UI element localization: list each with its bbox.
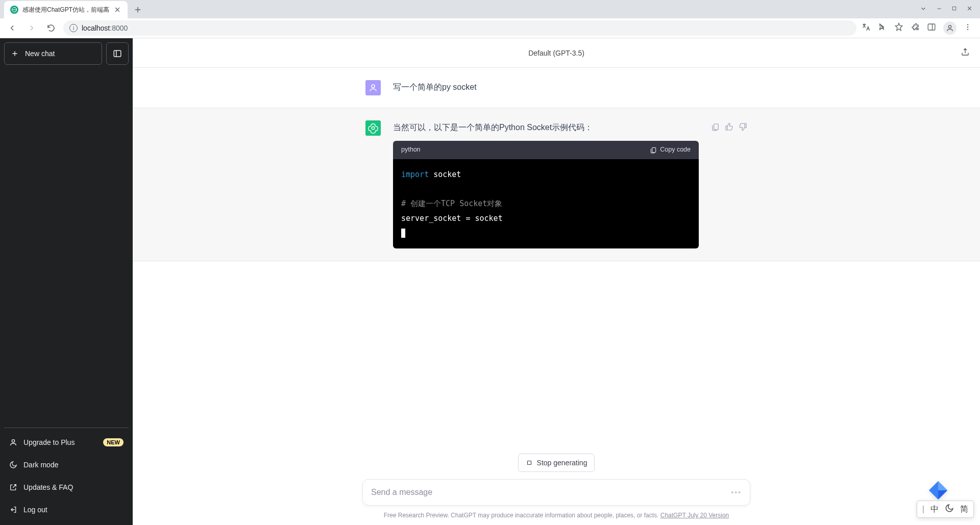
message-input-container[interactable]: ••• xyxy=(362,479,750,506)
svg-point-3 xyxy=(948,26,951,28)
sidebar-item-dark-mode[interactable]: Dark mode xyxy=(4,454,129,476)
model-label: Default (GPT-3.5) xyxy=(528,49,584,57)
main-panel: Default (GPT-3.5) 写一个简单的py socket xyxy=(133,38,980,525)
svg-rect-12 xyxy=(714,124,719,130)
nav-reload-button[interactable] xyxy=(44,21,58,35)
svg-point-10 xyxy=(372,127,375,130)
svg-rect-11 xyxy=(652,147,656,152)
browser-chrome: 感谢使用ChatGPT仿站，前端高 i localhost:8000 xyxy=(0,0,980,38)
profile-avatar-icon[interactable] xyxy=(943,21,957,35)
composer-area: Stop generating ••• Free Research Previe… xyxy=(133,454,980,525)
message-row-assistant: 当然可以，以下是一个简单的Python Socket示例代码： python C… xyxy=(133,108,980,261)
share-page-icon[interactable] xyxy=(878,22,887,34)
window-maximize-icon[interactable] xyxy=(951,6,957,13)
browser-tab[interactable]: 感谢使用ChatGPT仿站，前端高 xyxy=(4,1,128,18)
svg-point-8 xyxy=(12,440,14,442)
moon-icon xyxy=(9,461,17,469)
svg-rect-7 xyxy=(114,51,121,57)
code-body[interactable]: import socket # 创建一个TCP Socket对象 server_… xyxy=(393,159,699,248)
sidebar-item-upgrade[interactable]: Upgrade to Plus NEW xyxy=(4,431,129,454)
copy-code-button[interactable]: Copy code xyxy=(650,144,691,156)
thumbs-down-button[interactable] xyxy=(739,122,747,248)
translate-icon[interactable] xyxy=(862,22,871,34)
stop-icon xyxy=(526,459,533,466)
kebab-menu-icon[interactable] xyxy=(964,23,972,33)
new-badge: NEW xyxy=(103,438,124,446)
stop-generating-label: Stop generating xyxy=(537,459,587,467)
user-icon xyxy=(9,438,17,446)
tab-title: 感谢使用ChatGPT仿站，前端高 xyxy=(22,6,109,14)
window-search-dropdown-icon[interactable] xyxy=(920,5,927,14)
tab-close-icon[interactable] xyxy=(113,6,121,14)
ime-moon-icon[interactable] xyxy=(945,504,954,515)
main-header: Default (GPT-3.5) xyxy=(133,38,980,68)
stop-generating-button[interactable]: Stop generating xyxy=(518,454,595,472)
assistant-avatar-icon xyxy=(365,120,381,136)
ime-lang-label[interactable]: 中 xyxy=(930,504,939,515)
share-conversation-button[interactable] xyxy=(961,47,970,58)
svg-point-4 xyxy=(967,24,968,25)
clipboard-icon xyxy=(650,146,657,154)
svg-rect-1 xyxy=(952,7,955,10)
sidebar-item-label: Dark mode xyxy=(23,461,58,469)
nav-back-button[interactable] xyxy=(5,21,19,35)
assistant-intro-text: 当然可以，以下是一个简单的Python Socket示例代码： xyxy=(393,120,699,135)
app-root: New chat Upgrade to Plus NEW Dark mode U… xyxy=(0,38,980,525)
url-text: localhost:8000 xyxy=(82,24,128,32)
user-message-text: 写一个简单的py socket xyxy=(393,80,747,95)
disclaimer-text: Free Research Preview. ChatGPT may produ… xyxy=(384,512,729,519)
sidebar-item-logout[interactable]: Log out xyxy=(4,498,129,521)
copy-code-label: Copy code xyxy=(660,144,691,156)
svg-point-6 xyxy=(967,29,968,30)
ime-kite-icon[interactable] xyxy=(927,480,949,501)
message-actions xyxy=(711,120,747,248)
window-controls xyxy=(920,0,980,18)
svg-point-5 xyxy=(967,27,968,28)
sidebar: New chat Upgrade to Plus NEW Dark mode U… xyxy=(0,38,133,525)
new-chat-label: New chat xyxy=(25,49,55,58)
svg-rect-13 xyxy=(527,461,531,465)
loading-dots-icon: ••• xyxy=(731,488,742,496)
version-link[interactable]: ChatGPT July 20 Version xyxy=(660,512,729,519)
site-info-icon[interactable]: i xyxy=(69,24,78,32)
extensions-icon[interactable] xyxy=(911,22,920,34)
ime-cursor-icon: | xyxy=(922,505,924,514)
tab-favicon-icon xyxy=(10,6,18,14)
collapse-sidebar-button[interactable] xyxy=(106,42,129,65)
url-field[interactable]: i localhost:8000 xyxy=(63,20,856,36)
copy-message-button[interactable] xyxy=(711,122,720,248)
message-input[interactable] xyxy=(371,488,726,497)
messages-list: 写一个简单的py socket 当然可以，以下是一个简单的Python Sock… xyxy=(133,68,980,454)
sidebar-item-updates[interactable]: Updates & FAQ xyxy=(4,476,129,498)
thumbs-up-button[interactable] xyxy=(725,122,733,248)
address-bar: i localhost:8000 xyxy=(0,18,980,38)
window-close-icon[interactable] xyxy=(966,5,973,13)
logout-icon xyxy=(9,506,17,514)
user-avatar-icon xyxy=(365,80,381,95)
address-bar-actions xyxy=(862,21,975,35)
tab-bar: 感谢使用ChatGPT仿站，前端高 xyxy=(0,0,980,18)
sidebar-item-label: Updates & FAQ xyxy=(23,483,73,491)
nav-forward-button[interactable] xyxy=(24,21,39,35)
sidebar-item-label: Upgrade to Plus xyxy=(23,438,75,446)
streaming-cursor-icon xyxy=(401,229,405,238)
svg-rect-2 xyxy=(928,24,935,30)
message-row-user: 写一个简单的py socket xyxy=(133,68,980,108)
code-language-label: python xyxy=(401,144,421,156)
svg-point-9 xyxy=(372,85,375,88)
external-link-icon xyxy=(9,483,17,491)
bookmark-star-icon[interactable] xyxy=(894,22,903,34)
sidebar-item-label: Log out xyxy=(23,506,47,514)
new-tab-button[interactable] xyxy=(131,3,145,17)
window-minimize-icon[interactable] xyxy=(936,6,942,13)
new-chat-button[interactable]: New chat xyxy=(4,42,102,65)
side-panel-icon[interactable] xyxy=(927,22,936,34)
ime-charset-label[interactable]: 简 xyxy=(960,504,968,515)
ime-toolbar[interactable]: | 中 简 xyxy=(917,501,974,518)
code-block: python Copy code import socket # 创建一个TCP… xyxy=(393,141,699,248)
